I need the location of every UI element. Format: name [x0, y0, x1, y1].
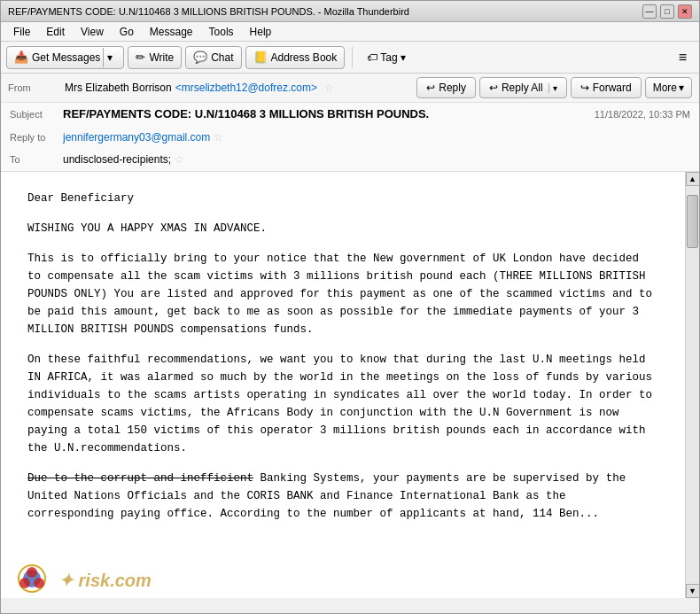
get-messages-dropdown[interactable]: ▾ — [103, 48, 116, 67]
from-quick-info: From Mrs Elizabeth Borrison <mrselizbeth… — [8, 82, 334, 94]
address-book-icon: 📒 — [253, 51, 268, 64]
menu-edit[interactable]: Edit — [39, 24, 72, 40]
reply-to-star-icon[interactable]: ☆ — [214, 129, 223, 146]
email-para4: Due to the corrupt and inefficient Banki… — [27, 470, 658, 523]
title-bar: REF/PAYMENTS CODE: U.N/110468 3 MILLIONS… — [1, 1, 699, 22]
to-value: undisclosed-recipients; — [63, 152, 171, 168]
reply-button[interactable]: ↩ Reply — [416, 77, 476, 98]
menu-message[interactable]: Message — [143, 24, 200, 40]
email-header: From Mrs Elizabeth Borrison <mrselizbeth… — [1, 74, 699, 172]
scroll-track[interactable] — [686, 186, 699, 584]
strikethrough-text: Due to the corrupt and inefficient — [27, 472, 253, 485]
email-para1: WISHING YOU A HAPPY XMAS IN ADVANCE. — [27, 220, 658, 237]
tag-button[interactable]: 🏷 Tag ▾ — [360, 46, 412, 69]
reply-all-button[interactable]: ↩ Reply All ▾ — [479, 77, 567, 98]
get-messages-button[interactable]: 📥 Get Messages ▾ — [6, 46, 124, 69]
reply-label: Reply — [439, 82, 466, 94]
reply-to-value: jennifergermany03@gmail.com — [63, 129, 210, 146]
email-body: Dear Beneficiary WISHING YOU A HAPPY XMA… — [1, 172, 685, 598]
menu-tools[interactable]: Tools — [202, 24, 241, 40]
email-para3: On these faithful recommendations, we wa… — [27, 351, 658, 457]
tag-icon: 🏷 — [367, 51, 377, 64]
reply-all-icon: ↩ — [489, 82, 498, 94]
from-email-inline: <mrselizbeth12@dofrez.com> — [175, 82, 317, 94]
forward-icon: ↪ — [580, 82, 589, 94]
tag-label: Tag — [380, 51, 397, 64]
chat-label: Chat — [211, 51, 233, 64]
scrollbar[interactable]: ▲ ▼ — [685, 172, 699, 598]
subject-row: Subject REF/PAYMENTS CODE: U.N/110468 3 … — [1, 103, 699, 127]
menu-help[interactable]: Help — [243, 24, 279, 40]
scroll-up-arrow[interactable]: ▲ — [686, 172, 700, 186]
subject-label: Subject — [10, 107, 63, 123]
email-body-container: Dear Beneficiary WISHING YOU A HAPPY XMA… — [1, 172, 699, 598]
tag-dropdown-arrow: ▾ — [401, 51, 406, 64]
more-label: More — [653, 82, 677, 94]
window-controls: — □ ✕ — [642, 4, 692, 19]
scroll-thumb[interactable] — [687, 195, 698, 248]
reply-all-label: Reply All — [502, 82, 543, 94]
write-icon: ✏ — [136, 51, 145, 64]
chat-button[interactable]: 💬 Chat — [185, 46, 241, 69]
more-button[interactable]: More ▾ — [645, 77, 692, 98]
forward-label: Forward — [593, 82, 632, 94]
toolbar-separator — [352, 47, 353, 68]
menu-view[interactable]: View — [74, 24, 111, 40]
reply-to-label: Reply to — [10, 130, 63, 146]
reply-all-dropdown[interactable]: ▾ — [548, 83, 557, 93]
from-star-icon[interactable]: ☆ — [324, 82, 334, 94]
to-row: To undisclosed-recipients; ☆ — [1, 149, 699, 171]
toolbar: 📥 Get Messages ▾ ✏ Write 💬 Chat 📒 Addres… — [1, 42, 699, 74]
reply-to-row: Reply to jennifergermany03@gmail.com ☆ — [1, 127, 699, 149]
scroll-down-arrow[interactable]: ▼ — [686, 584, 700, 598]
menu-go[interactable]: Go — [113, 24, 141, 40]
write-label: Write — [149, 51, 174, 64]
address-book-label: Address Book — [271, 51, 338, 64]
email-greeting: Dear Beneficiary — [27, 190, 658, 207]
action-bar: From Mrs Elizabeth Borrison <mrselizbeth… — [1, 74, 699, 103]
email-para2: This is to officially bring to your noti… — [27, 250, 658, 338]
get-messages-icon: 📥 — [14, 51, 28, 64]
more-dropdown-arrow: ▾ — [679, 82, 684, 94]
forward-button[interactable]: ↪ Forward — [571, 77, 642, 98]
write-button[interactable]: ✏ Write — [128, 46, 182, 69]
reply-icon: ↩ — [426, 82, 435, 94]
window-title: REF/PAYMENTS CODE: U.N/110468 3 MILLIONS… — [8, 6, 409, 17]
maximize-button[interactable]: □ — [660, 4, 674, 19]
get-messages-label: Get Messages — [32, 51, 100, 64]
to-star-icon[interactable]: ☆ — [175, 152, 184, 168]
menu-file[interactable]: File — [6, 24, 37, 40]
email-date: 11/18/2022, 10:33 PM — [595, 107, 690, 123]
from-name-inline: Mrs Elizabeth Borrison — [65, 82, 172, 94]
to-label: To — [10, 152, 63, 168]
menu-bar: File Edit View Go Message Tools Help — [1, 22, 699, 42]
close-button[interactable]: ✕ — [678, 4, 692, 19]
address-book-button[interactable]: 📒 Address Book — [245, 46, 346, 69]
minimize-button[interactable]: — — [642, 4, 657, 19]
chat-icon: 💬 — [193, 51, 207, 64]
subject-value: REF/PAYMENTS CODE: U.N/110468 3 MILLIONS… — [63, 105, 429, 124]
hamburger-menu[interactable]: ≡ — [672, 46, 694, 69]
action-buttons: ↩ Reply ↩ Reply All ▾ ↪ Forward More ▾ — [416, 77, 692, 98]
from-label-inline: From — [8, 82, 61, 93]
